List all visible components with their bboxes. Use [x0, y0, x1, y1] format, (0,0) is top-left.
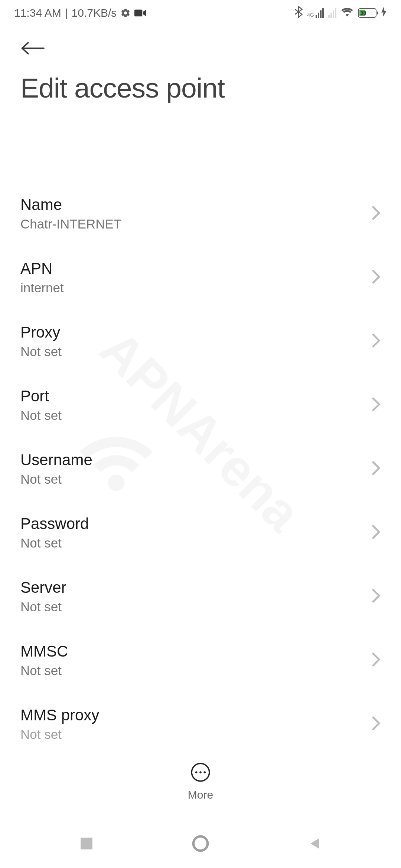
chevron-right-icon: [372, 397, 381, 413]
chevron-right-icon: [372, 269, 381, 286]
setting-name[interactable]: Name Chatr-INTERNET: [0, 182, 401, 246]
setting-value: Not set: [20, 536, 89, 550]
setting-label: Proxy: [20, 323, 62, 341]
chevron-right-icon: [372, 716, 381, 732]
setting-value: Not set: [20, 663, 68, 678]
triangle-back-icon: [307, 836, 322, 852]
signal-no-sim-icon: [328, 8, 336, 18]
svg-point-5: [203, 771, 206, 773]
navigation-bar: [0, 820, 401, 868]
status-left: 11:34 AM | 10.7KB/s: [14, 7, 146, 19]
setting-label: Server: [20, 579, 66, 596]
status-bar: 11:34 AM | 10.7KB/s 4G: [0, 0, 401, 26]
status-right: 4G 38: [294, 6, 387, 20]
signal-4g-icon: 4G: [307, 8, 324, 18]
svg-point-7: [193, 836, 208, 850]
setting-password[interactable]: Password Not set: [0, 501, 401, 565]
back-button[interactable]: [20, 37, 381, 72]
settings-scroll[interactable]: Name Chatr-INTERNET APN internet Proxy N…: [0, 167, 401, 760]
svg-rect-6: [81, 838, 92, 849]
nav-recents-button[interactable]: [64, 836, 109, 852]
setting-label: MMS proxy: [20, 706, 99, 724]
more-label: More: [188, 789, 213, 801]
setting-value: Chatr-INTERNET: [20, 217, 121, 231]
square-icon: [79, 836, 94, 852]
setting-value: Not set: [20, 599, 66, 614]
setting-label: Port: [20, 387, 62, 405]
setting-value: internet: [20, 280, 64, 295]
setting-value: Not set: [20, 344, 62, 359]
settings-icon: [120, 8, 131, 18]
wifi-icon: [341, 7, 353, 19]
setting-mms-proxy[interactable]: MMS proxy Not set: [0, 692, 401, 756]
more-button[interactable]: More: [188, 762, 213, 801]
charging-icon: [381, 7, 387, 20]
chevron-right-icon: [372, 206, 381, 222]
more-icon: [190, 762, 211, 784]
setting-port[interactable]: Port Not set: [0, 373, 401, 437]
status-time: 11:34 AM: [14, 7, 61, 19]
setting-label: Password: [20, 515, 89, 533]
chevron-right-icon: [372, 652, 381, 668]
page-title: Edit access point: [20, 72, 381, 104]
setting-label: Name: [20, 196, 121, 214]
status-divider: |: [65, 7, 68, 19]
setting-username[interactable]: Username Not set: [0, 437, 401, 501]
circle-icon: [192, 835, 209, 854]
bluetooth-icon: [294, 6, 303, 20]
svg-point-3: [195, 771, 198, 773]
nav-back-button[interactable]: [292, 836, 337, 852]
camera-icon: [134, 9, 146, 17]
svg-point-4: [199, 771, 202, 773]
nav-home-button[interactable]: [178, 835, 223, 854]
setting-label: Username: [20, 451, 92, 469]
setting-apn[interactable]: APN internet: [0, 246, 401, 309]
chevron-right-icon: [372, 588, 381, 605]
bottom-action-bar: More: [0, 754, 401, 809]
chevron-right-icon: [372, 333, 381, 349]
svg-rect-0: [134, 10, 142, 17]
battery-icon: 38: [358, 8, 376, 18]
chevron-right-icon: [372, 525, 381, 541]
setting-proxy[interactable]: Proxy Not set: [0, 309, 401, 373]
status-speed: 10.7KB/s: [72, 7, 117, 19]
setting-mmsc[interactable]: MMSC Not set: [0, 628, 401, 692]
header: Edit access point: [0, 26, 401, 108]
setting-value: Not set: [20, 472, 92, 487]
chevron-right-icon: [372, 461, 381, 477]
settings-list: Name Chatr-INTERNET APN internet Proxy N…: [0, 167, 401, 756]
setting-label: MMSC: [20, 642, 68, 660]
setting-server[interactable]: Server Not set: [0, 565, 401, 628]
setting-label: APN: [20, 260, 64, 277]
setting-value: Not set: [20, 727, 99, 742]
setting-value: Not set: [20, 408, 62, 423]
